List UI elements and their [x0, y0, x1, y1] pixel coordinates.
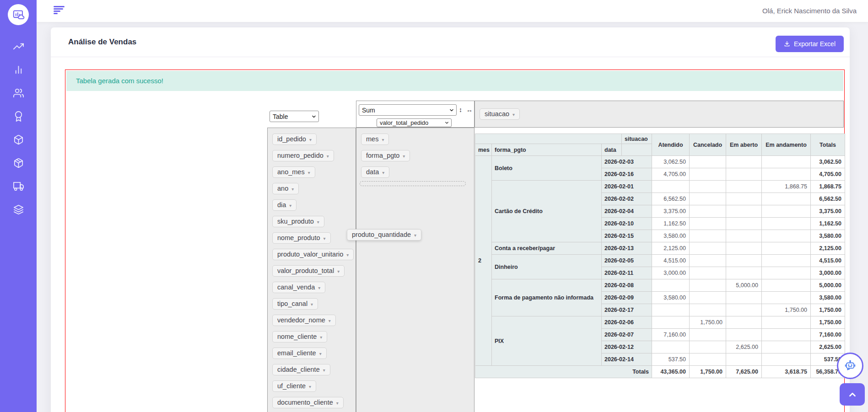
field-pill-tipo_canal[interactable]: tipo_canal▾ [272, 298, 318, 310]
field-pill-mes[interactable]: mes▾ [361, 134, 389, 145]
value-cell [690, 267, 726, 279]
value-cell [762, 242, 811, 255]
row-order-arrow[interactable]: ↕ [459, 107, 462, 113]
value-cell [726, 255, 762, 267]
field-pill-cidade_cliente[interactable]: cidade_cliente▾ [272, 364, 330, 375]
row-total-cell: 5,000.00 [811, 279, 845, 292]
field-filter-caret[interactable]: ▾ [336, 401, 339, 406]
renderer-select-wrap: Table [270, 111, 319, 122]
renderer-select[interactable]: Table [270, 111, 319, 122]
field-filter-caret[interactable]: ▾ [319, 351, 322, 356]
value-cell [652, 181, 690, 193]
pivot-ui: Table Sum ↕ ↔ valor_total_pedido [65, 70, 844, 412]
scroll-to-top-button[interactable] [840, 383, 865, 406]
col-order-arrow[interactable]: ↔ [466, 107, 473, 113]
field-pill-forma_pgto[interactable]: forma_pgto▾ [361, 150, 410, 161]
field-pill-uf_cliente[interactable]: uf_cliente▾ [272, 380, 316, 392]
field-pill-label: produto_quantidade [352, 231, 411, 238]
field-filter-caret[interactable]: ▾ [327, 154, 329, 159]
bar-chart-icon [13, 64, 24, 75]
field-pill-documento_cliente[interactable]: documento_cliente▾ [272, 397, 344, 408]
pivot-table-head: situacaoAtendidoCanceladoEm abertoEm and… [475, 134, 845, 156]
value-cell: 3,580.00 [652, 292, 690, 304]
field-pill-label: valor_produto_total [277, 267, 334, 274]
field-pill-numero_pedido[interactable]: numero_pedido▾ [272, 150, 334, 161]
field-filter-caret[interactable]: ▾ [311, 302, 313, 307]
field-filter-caret[interactable]: ▾ [318, 285, 320, 290]
field-pill-email_cliente[interactable]: email_cliente▾ [272, 348, 327, 359]
sidebar-item-reports[interactable] [0, 198, 37, 221]
field-pill-id_pedido[interactable]: id_pedido▾ [272, 134, 317, 145]
field-filter-caret[interactable]: ▾ [382, 137, 384, 142]
field-pill-nome_produto[interactable]: nome_produto▾ [272, 232, 331, 244]
app-logo[interactable] [8, 4, 29, 25]
field-filter-caret[interactable]: ▾ [291, 187, 294, 192]
value-cell [690, 168, 726, 181]
menu-toggle-icon[interactable] [54, 6, 65, 16]
value-cell [690, 329, 726, 341]
field-filter-caret[interactable]: ▾ [382, 170, 384, 175]
row-total-cell: 1,868.75 [811, 181, 845, 193]
field-pill-canal_venda[interactable]: canal_venda▾ [272, 282, 325, 293]
data-row-label: 2026-02-04 [602, 205, 652, 218]
data-row-label: 2026-02-08 [602, 279, 652, 292]
field-pill-produto_quantidade[interactable]: produto_quantidade▾ [347, 229, 421, 241]
col-header-Atendido: Atendido [652, 134, 690, 156]
sidebar-item-awards[interactable] [0, 105, 37, 128]
field-pill-ano[interactable]: ano▾ [272, 183, 299, 194]
field-filter-caret[interactable]: ▾ [337, 269, 340, 274]
aggregator-field-select[interactable]: valor_total_pedido [377, 118, 452, 127]
totals-row-label: Totals [475, 366, 652, 378]
export-excel-button[interactable]: Exportar Excel [776, 36, 844, 52]
field-pill-produto_valor_unitario[interactable]: produto_valor_unitario▾ [272, 249, 354, 260]
field-filter-caret[interactable]: ▾ [323, 236, 326, 241]
field-pill-ano_mes[interactable]: ano_mes▾ [272, 166, 315, 178]
field-filter-caret[interactable]: ▾ [309, 137, 312, 142]
sidebar-item-customers[interactable] [0, 81, 37, 105]
pivot-unused-area[interactable]: id_pedido▾numero_pedido▾ano_mes▾ano▾dia▾… [267, 128, 356, 412]
field-pill-sku_produto[interactable]: sku_produto▾ [272, 216, 324, 227]
sidebar-item-shipping[interactable] [0, 175, 37, 198]
data-row-label: 2026-02-10 [602, 218, 652, 230]
pivot-rows-area[interactable]: mes▾forma_pgto▾data▾ [356, 128, 474, 412]
value-cell [726, 316, 762, 329]
field-filter-caret[interactable]: ▾ [323, 368, 325, 373]
field-filter-caret[interactable]: ▾ [346, 252, 349, 257]
field-pill-dia[interactable]: dia▾ [272, 199, 297, 211]
field-pill-valor_produto_total[interactable]: valor_produto_total▾ [272, 265, 345, 277]
pivot-cols-area[interactable]: situacao▾ [474, 101, 844, 128]
field-filter-caret[interactable]: ▾ [317, 219, 319, 225]
field-filter-caret[interactable]: ▾ [414, 233, 416, 238]
chatbot-button[interactable] [837, 353, 863, 379]
value-cell [726, 353, 762, 366]
field-pill-label: ano_mes [277, 168, 305, 176]
field-filter-caret[interactable]: ▾ [512, 112, 515, 117]
row-total-cell: 1,750.00 [811, 316, 845, 329]
field-pill-situacao[interactable]: situacao▾ [480, 108, 520, 120]
field-filter-caret[interactable]: ▾ [308, 170, 310, 175]
field-filter-caret[interactable]: ▾ [309, 384, 311, 389]
field-filter-caret[interactable]: ▾ [403, 154, 405, 159]
data-row-label: 2026-02-01 [602, 181, 652, 193]
field-pill-vendedor_nome[interactable]: vendedor_nome▾ [272, 315, 336, 326]
sidebar-item-analytics[interactable] [0, 58, 37, 81]
value-cell: 5,000.00 [726, 279, 762, 292]
field-filter-caret[interactable]: ▾ [329, 318, 331, 323]
field-pill-label: tipo_canal [277, 300, 307, 307]
value-cell [762, 329, 811, 341]
field-pill-label: ano [277, 185, 288, 192]
pivot-vals-cell: Sum ↕ ↔ valor_total_pedido [356, 101, 474, 128]
aggregator-select[interactable]: Sum [359, 104, 457, 116]
value-cell: 4,705.00 [652, 168, 690, 181]
field-pill-data[interactable]: data▾ [361, 166, 389, 178]
sidebar-item-sales-trend[interactable] [0, 35, 37, 58]
sidebar-item-products[interactable] [0, 128, 37, 151]
field-filter-caret[interactable]: ▾ [320, 335, 322, 340]
value-cell [652, 316, 690, 329]
field-filter-caret[interactable]: ▾ [289, 203, 291, 208]
field-pill-nome_cliente[interactable]: nome_cliente▾ [272, 331, 327, 342]
sidebar-item-orders[interactable] [0, 151, 37, 175]
card-header: Análise de Vendas Exportar Excel [51, 27, 850, 57]
col-total-cell: 1,750.00 [690, 366, 726, 378]
data-row-label: 2026-02-02 [602, 193, 652, 205]
